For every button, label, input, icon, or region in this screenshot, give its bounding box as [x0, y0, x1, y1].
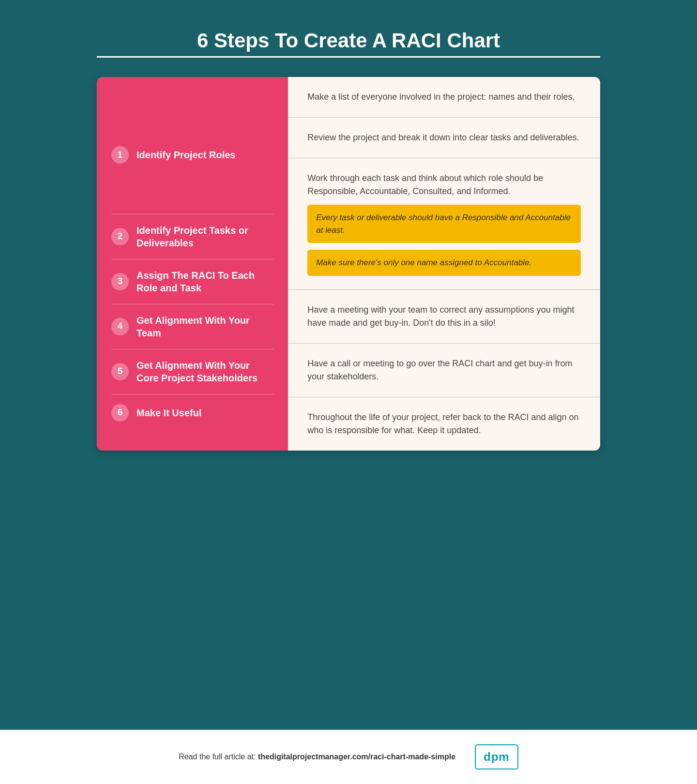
- step-label-1: Identify Project Roles: [136, 149, 236, 161]
- left-panel: 1 Identify Project Roles 2 Identify Proj…: [97, 77, 288, 451]
- main-wrapper: 6 Steps To Create A RACI Chart 1 Identif…: [97, 0, 600, 475]
- step-item-4: 4 Get Alignment With Your Team: [111, 304, 273, 349]
- highlight-box-3b: Make sure there's only one name assigned…: [307, 250, 581, 276]
- right-desc-6: Throughout the life of your project, ref…: [307, 411, 581, 437]
- right-item-3: Work through each task and think about w…: [288, 158, 600, 290]
- step-label-6: Make It Useful: [136, 407, 201, 419]
- right-panel: Make a list of everyone involved in the …: [288, 77, 600, 451]
- right-desc-3: Work through each task and think about w…: [307, 172, 581, 198]
- highlight-text-3a: Every task or deliverable should have a …: [316, 211, 572, 236]
- highlight-box-3a: Every task or deliverable should have a …: [307, 205, 581, 243]
- step-item-3: 3 Assign The RACI To Each Role and Task: [111, 259, 273, 304]
- step-item-5: 5 Get Alignment With Your Core Project S…: [111, 349, 273, 394]
- step-number-6: 6: [111, 404, 129, 422]
- step-label-3: Assign The RACI To Each Role and Task: [136, 269, 273, 294]
- right-item-5: Have a call or meeting to go over the RA…: [288, 344, 600, 397]
- right-desc-1: Make a list of everyone involved in the …: [307, 90, 581, 104]
- step-number-4: 4: [111, 318, 129, 335]
- step-number-1: 1: [111, 146, 129, 164]
- card: 1 Identify Project Roles 2 Identify Proj…: [97, 77, 600, 451]
- step-item-6: 6 Make It Useful: [111, 394, 273, 431]
- right-desc-2: Review the project and break it down int…: [307, 131, 581, 144]
- right-item-2: Review the project and break it down int…: [288, 118, 600, 158]
- step-label-5: Get Alignment With Your Core Project Sta…: [136, 359, 273, 384]
- page-title: 6 Steps To Create A RACI Chart: [197, 29, 500, 52]
- step-label-4: Get Alignment With Your Team: [136, 314, 273, 339]
- step-label-2: Identify Project Tasks or Deliverables: [136, 224, 273, 249]
- right-item-6: Throughout the life of your project, ref…: [288, 397, 600, 451]
- step-number-5: 5: [111, 363, 129, 380]
- right-item-1: Make a list of everyone involved in the …: [288, 77, 600, 118]
- footer: Read the full article at: thedigitalproj…: [0, 730, 697, 784]
- step-item-2: 2 Identify Project Tasks or Deliverables: [111, 214, 273, 259]
- footer-url: thedigitalprojectmanager.com/raci-chart-…: [258, 753, 455, 761]
- footer-text: Read the full article at: thedigitalproj…: [179, 753, 455, 761]
- step-number-2: 2: [111, 228, 129, 245]
- right-item-4: Have a meeting with your team to correct…: [288, 290, 600, 344]
- step-item-1: 1 Identify Project Roles: [111, 96, 273, 214]
- step-number-3: 3: [111, 273, 129, 290]
- title-underline: [97, 56, 600, 58]
- highlight-text-3b: Make sure there's only one name assigned…: [316, 256, 572, 269]
- right-desc-4: Have a meeting with your team to correct…: [307, 303, 581, 330]
- dpm-logo: dpm: [475, 744, 518, 769]
- footer-read-text: Read the full article at:: [179, 753, 258, 761]
- right-desc-5: Have a call or meeting to go over the RA…: [307, 357, 581, 383]
